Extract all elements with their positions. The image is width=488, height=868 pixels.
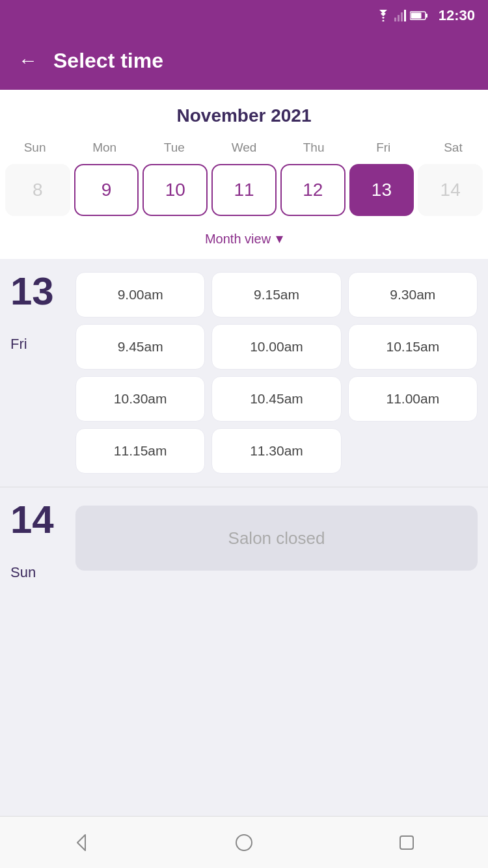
weekday-fri: Fri <box>349 137 418 159</box>
wifi-icon <box>376 10 390 21</box>
slot-900am[interactable]: 9.00am <box>75 272 205 318</box>
month-view-toggle[interactable]: Month view ▾ <box>0 224 488 259</box>
weekday-mon: Mon <box>70 137 139 159</box>
weekday-row: Sun Mon Tue Wed Thu Fri Sat <box>0 137 488 159</box>
day-cell-11[interactable]: 11 <box>211 164 277 216</box>
home-nav-icon <box>234 832 254 853</box>
nav-recents-button[interactable] <box>390 826 423 859</box>
weekday-sat: Sat <box>418 137 488 159</box>
status-icons <box>376 10 428 21</box>
weekday-wed: Wed <box>209 137 278 159</box>
svg-rect-1 <box>394 18 396 21</box>
month-view-label: Month view <box>205 232 271 247</box>
svg-rect-2 <box>398 15 400 21</box>
app-header: ← Select time <box>0 31 488 90</box>
day14-section: 14 Sun Salon closed <box>0 487 488 594</box>
back-nav-icon <box>71 832 92 853</box>
bottom-nav <box>0 816 488 868</box>
day14-date-block: 14 Sun <box>10 500 75 581</box>
page-title: Select time <box>53 49 163 73</box>
day13-slots-wrapper: 9.00am 9.15am 9.30am 9.45am 10.00am 10.1… <box>75 272 478 474</box>
day-cell-10[interactable]: 10 <box>142 164 208 216</box>
slot-1115am[interactable]: 11.15am <box>75 428 205 474</box>
svg-point-9 <box>236 835 252 850</box>
svg-rect-7 <box>411 13 421 19</box>
day14-closed-wrapper: Salon closed <box>75 500 478 571</box>
slot-1000am[interactable]: 10.00am <box>211 324 341 370</box>
status-time: 12:30 <box>439 7 475 24</box>
nav-home-button[interactable] <box>228 826 260 859</box>
day14-row: 14 Sun Salon closed <box>10 500 478 581</box>
slot-1030am[interactable]: 10.30am <box>75 376 205 422</box>
day14-name: Sun <box>10 564 75 581</box>
svg-rect-4 <box>404 10 406 21</box>
day13-time-grid: 9.00am 9.15am 9.30am 9.45am 10.00am 10.1… <box>75 272 478 474</box>
slot-930am[interactable]: 9.30am <box>348 272 478 318</box>
battery-icon <box>410 10 428 21</box>
day-cell-12[interactable]: 12 <box>280 164 346 216</box>
day13-section: 13 Fri 9.00am 9.15am 9.30am 9.45am 10.00… <box>0 259 488 487</box>
slot-915am[interactable]: 9.15am <box>211 272 341 318</box>
svg-rect-3 <box>401 12 403 21</box>
svg-point-0 <box>382 20 384 22</box>
slot-1015am[interactable]: 10.15am <box>348 324 478 370</box>
slot-empty <box>348 428 478 474</box>
nav-back-button[interactable] <box>65 826 98 859</box>
day-cell-13[interactable]: 13 <box>349 164 414 216</box>
days-row: 8 9 10 11 12 13 14 <box>0 164 488 224</box>
signal-icon <box>394 10 406 21</box>
slot-1045am[interactable]: 10.45am <box>211 376 341 422</box>
slot-1130am[interactable]: 11.30am <box>211 428 341 474</box>
day13-number: 13 <box>10 272 75 311</box>
recents-nav-icon <box>396 832 417 853</box>
day-cell-8: 8 <box>5 164 70 216</box>
day13-date-block: 13 Fri <box>10 272 75 353</box>
weekday-tue: Tue <box>139 137 209 159</box>
day-cell-14: 14 <box>418 164 483 216</box>
day14-number: 14 <box>10 500 75 539</box>
slot-945am[interactable]: 9.45am <box>75 324 205 370</box>
salon-closed-label: Salon closed <box>75 506 478 571</box>
month-year-label: November 2021 <box>0 105 488 126</box>
day13-name: Fri <box>10 336 75 353</box>
status-bar: 12:30 <box>0 0 488 31</box>
weekday-thu: Thu <box>279 137 349 159</box>
calendar-section: November 2021 Sun Mon Tue Wed Thu Fri Sa… <box>0 90 488 259</box>
weekday-sun: Sun <box>0 137 70 159</box>
slot-1100am[interactable]: 11.00am <box>348 376 478 422</box>
day-cell-9[interactable]: 9 <box>74 164 139 216</box>
svg-rect-6 <box>426 14 427 18</box>
svg-rect-10 <box>400 836 413 849</box>
day13-row: 13 Fri 9.00am 9.15am 9.30am 9.45am 10.00… <box>10 272 478 474</box>
back-button[interactable]: ← <box>18 49 38 72</box>
svg-marker-8 <box>77 835 85 850</box>
chevron-down-icon: ▾ <box>276 230 283 247</box>
